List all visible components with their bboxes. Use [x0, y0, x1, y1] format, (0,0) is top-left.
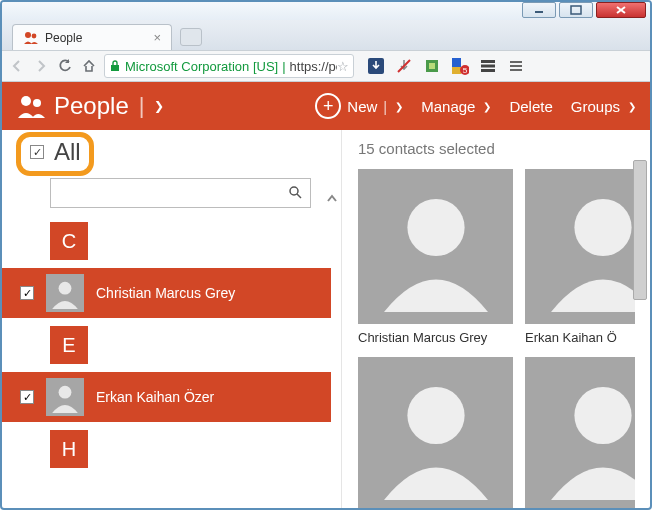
window-maximize-button[interactable]	[559, 2, 593, 18]
svg-rect-6	[111, 65, 119, 71]
browser-toolbar: Microsoft Corporation [US] | https://peo…	[2, 50, 650, 82]
avatar-icon	[358, 357, 513, 508]
avatar-icon	[46, 274, 84, 312]
app-bar: People | ❯ + New | ❯ Manage ❯ Delete Gro…	[2, 82, 650, 130]
letter-header[interactable]: H	[50, 430, 88, 468]
svg-text:5: 5	[463, 66, 468, 75]
select-all-checkbox[interactable]: ✓	[30, 145, 44, 159]
new-label: New	[347, 98, 377, 115]
lock-icon	[109, 60, 121, 72]
avatar-icon	[525, 169, 635, 324]
groups-button[interactable]: Groups ❯	[571, 98, 636, 115]
contact-name: Christian Marcus Grey	[96, 285, 235, 301]
url-text: https://peop	[290, 59, 337, 74]
chevron-down-icon[interactable]: ❯	[395, 101, 403, 112]
contact-card[interactable]: Erkan Kaihan Ö	[525, 169, 635, 345]
avatar-icon	[525, 357, 635, 508]
extension-icon-stack[interactable]	[478, 56, 498, 76]
chevron-down-icon: ❯	[483, 101, 491, 112]
groups-label: Groups	[571, 98, 620, 115]
extension-row: 5	[366, 56, 526, 76]
bookmark-star-icon[interactable]: ☆	[337, 59, 349, 74]
contact-checkbox[interactable]: ✓	[20, 390, 34, 404]
delete-button[interactable]: Delete	[509, 98, 552, 115]
app-title-divider: |	[139, 93, 145, 119]
svg-rect-15	[481, 60, 495, 63]
extension-icon-puzzle[interactable]	[422, 56, 442, 76]
contact-row[interactable]: ✓ Erkan Kaihan Özer	[2, 372, 331, 422]
window-minimize-button[interactable]	[522, 2, 556, 18]
svg-point-29	[407, 386, 464, 443]
forward-button[interactable]	[32, 59, 50, 73]
select-all-row[interactable]: ✓ All	[2, 130, 341, 170]
extension-icon-block[interactable]	[394, 56, 414, 76]
selection-count-text: 15 contacts selected	[358, 140, 650, 157]
chevron-down-icon: ❯	[628, 101, 636, 112]
close-icon[interactable]: ×	[153, 30, 161, 45]
divider: |	[383, 98, 387, 115]
svg-point-22	[33, 99, 41, 107]
plus-icon: +	[315, 93, 341, 119]
contact-row[interactable]: ✓ Christian Marcus Grey	[2, 268, 331, 318]
letter-header[interactable]: C	[50, 222, 88, 260]
svg-point-26	[59, 386, 72, 399]
svg-rect-1	[571, 6, 581, 14]
select-all-label: All	[54, 138, 81, 166]
back-button[interactable]	[8, 59, 26, 73]
contact-checkbox[interactable]: ✓	[20, 286, 34, 300]
search-input[interactable]	[50, 178, 311, 208]
search-field[interactable]	[59, 186, 288, 201]
window-titlebar	[2, 2, 650, 20]
avatar-icon	[358, 169, 513, 324]
svg-rect-10	[429, 63, 435, 69]
contact-card-name: Erkan Kaihan Ö	[525, 330, 635, 345]
people-icon	[23, 30, 39, 46]
tab-title: People	[45, 31, 147, 45]
app-title: People	[54, 92, 129, 120]
extension-icon-download[interactable]	[366, 56, 386, 76]
address-bar[interactable]: Microsoft Corporation [US] | https://peo…	[104, 54, 354, 78]
browser-tab-strip: People ×	[2, 20, 650, 50]
ev-separator: |	[282, 59, 285, 74]
svg-point-25	[59, 282, 72, 295]
reload-button[interactable]	[56, 59, 74, 73]
details-pane: 15 contacts selected Christian Marcus Gr…	[342, 130, 650, 508]
scrollbar-thumb[interactable]	[633, 160, 647, 300]
svg-point-21	[21, 96, 31, 106]
manage-label: Manage	[421, 98, 475, 115]
search-icon[interactable]	[288, 185, 302, 202]
contact-name: Erkan Kaihan Özer	[96, 389, 214, 405]
new-tab-button[interactable]	[180, 28, 202, 46]
app-title-dropdown[interactable]: ❯	[154, 99, 164, 113]
content-area: ✓ All C ✓ Christian Marcus Grey E	[2, 130, 650, 508]
letter-header[interactable]: E	[50, 326, 88, 364]
svg-point-23	[290, 187, 298, 195]
svg-point-27	[407, 198, 464, 255]
svg-point-28	[574, 198, 631, 255]
svg-line-24	[297, 194, 301, 198]
browser-tab[interactable]: People ×	[12, 24, 172, 50]
contact-list: C ✓ Christian Marcus Grey E ✓ Erkan Kaih…	[2, 214, 341, 476]
contact-card[interactable]: Christian Marcus Grey	[358, 169, 513, 345]
manage-button[interactable]: Manage ❯	[421, 98, 491, 115]
svg-rect-17	[481, 69, 495, 72]
window-close-button[interactable]	[596, 2, 646, 18]
ev-cert-label: Microsoft Corporation [US]	[125, 59, 278, 74]
svg-point-4	[25, 32, 31, 38]
contact-card-name: Christian Marcus Grey	[358, 330, 513, 345]
contact-card-grid: Christian Marcus Grey Erkan Kaihan Ö	[358, 169, 650, 508]
people-icon	[16, 91, 46, 121]
contact-card[interactable]	[358, 357, 513, 508]
svg-rect-12	[452, 67, 461, 74]
home-button[interactable]	[80, 59, 98, 73]
contact-list-pane: ✓ All C ✓ Christian Marcus Grey E	[2, 130, 342, 508]
svg-rect-16	[481, 65, 495, 68]
scroll-up-hint[interactable]	[325, 192, 339, 210]
svg-point-30	[574, 386, 631, 443]
new-button[interactable]: + New | ❯	[315, 93, 403, 119]
extension-icon-badge[interactable]: 5	[450, 56, 470, 76]
avatar-icon	[46, 378, 84, 416]
delete-label: Delete	[509, 98, 552, 115]
chrome-menu-button[interactable]	[506, 56, 526, 76]
contact-card[interactable]	[525, 357, 635, 508]
